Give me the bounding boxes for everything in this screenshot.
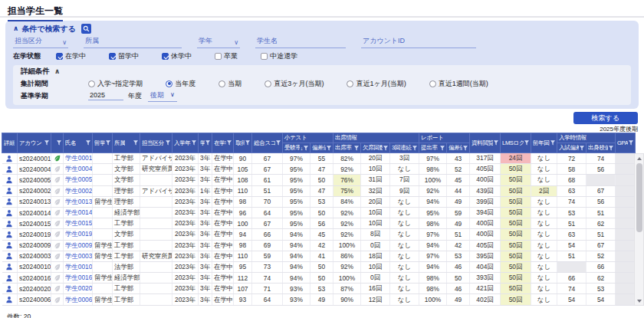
- scrollbar-thumb[interactable]: [636, 163, 642, 232]
- filter-funnel-icon[interactable]: [106, 140, 110, 146]
- filter-funnel-icon[interactable]: [44, 140, 49, 146]
- filter-funnel-icon[interactable]: [494, 140, 498, 146]
- student-detail-icon[interactable]: [4, 198, 16, 205]
- base-year-input[interactable]: [88, 91, 123, 100]
- student-detail-icon[interactable]: [4, 296, 16, 303]
- sort-desc-icon[interactable]: ↓: [301, 146, 303, 151]
- student-name-link[interactable]: 学生0009: [65, 241, 92, 249]
- col-header-leaf[interactable]: [51, 133, 64, 153]
- col-header-name[interactable]: 氏名: [64, 133, 93, 153]
- filter-funnel-icon[interactable]: [205, 140, 210, 146]
- search-field-1[interactable]: 担当区分∨: [13, 36, 68, 48]
- col-header-consec[interactable]: 3回連続欠: [390, 143, 419, 153]
- col-header-abroad[interactable]: 留学: [93, 133, 113, 153]
- col-header-credits[interactable]: 取得単: [234, 133, 252, 153]
- filter-funnel-icon[interactable]: [133, 140, 138, 146]
- filter-funnel-icon[interactable]: [276, 140, 281, 146]
- student-detail-icon[interactable]: [4, 176, 16, 184]
- student-detail-icon[interactable]: [4, 285, 16, 293]
- student-detail-icon[interactable]: [4, 241, 16, 249]
- student-detail-icon[interactable]: [4, 252, 16, 260]
- col-header-grade[interactable]: 学年: [199, 133, 212, 153]
- col-header-quiz_rate[interactable]: 受験率↓: [283, 143, 310, 153]
- scroll-down-button[interactable]: [635, 297, 643, 305]
- filter-funnel-icon[interactable]: [580, 146, 584, 151]
- student-name-link[interactable]: 学生0016: [65, 274, 92, 281]
- student-name-link[interactable]: 学生0001: [65, 154, 92, 162]
- status-checkbox-5[interactable]: 中途退学: [261, 51, 297, 61]
- student-name-link[interactable]: 学生0005: [65, 175, 92, 183]
- student-name-link[interactable]: 学生0002: [65, 187, 92, 195]
- filter-funnel-icon[interactable]: [354, 146, 359, 151]
- col-header-quiz_dev[interactable]: 偏差値: [310, 143, 334, 153]
- student-name-link[interactable]: 学生0010: [65, 263, 92, 270]
- col-header-exam_dev[interactable]: 入試偏差値: [557, 143, 586, 153]
- term-select[interactable]: 後期 ∨: [148, 90, 177, 102]
- col-header-charge[interactable]: 担当区分: [140, 133, 172, 153]
- filter-funnel-icon[interactable]: [304, 146, 308, 151]
- period-radio-3[interactable]: 当期: [219, 79, 242, 89]
- student-detail-icon[interactable]: [4, 209, 16, 217]
- scroll-up-button[interactable]: [635, 154, 643, 162]
- collapse-chevron-icon[interactable]: ∧: [13, 25, 18, 32]
- student-detail-icon[interactable]: [4, 166, 16, 173]
- col-header-rep_rate[interactable]: 提出率: [419, 143, 447, 153]
- period-radio-4[interactable]: 直近3ヶ月(当期): [264, 79, 324, 89]
- filter-funnel-icon[interactable]: [383, 146, 388, 151]
- student-detail-icon[interactable]: [4, 231, 16, 238]
- col-header-detail[interactable]: 詳細: [2, 133, 18, 153]
- search-field-3[interactable]: 学年∨: [197, 36, 240, 48]
- status-checkbox-2[interactable]: 留学中: [109, 51, 139, 61]
- col-header-account[interactable]: アカウント: [18, 133, 51, 153]
- student-name-link[interactable]: 学生0004: [65, 165, 92, 172]
- filter-funnel-icon[interactable]: [192, 140, 196, 146]
- student-detail-icon[interactable]: [4, 263, 16, 270]
- filter-funnel-icon[interactable]: [245, 140, 250, 146]
- filter-funnel-icon[interactable]: [463, 146, 468, 151]
- col-header-att_rate[interactable]: 出席率: [334, 143, 361, 153]
- status-checkbox-1[interactable]: 在学中: [56, 51, 86, 61]
- collapse-chevron-icon[interactable]: ∧: [54, 68, 60, 75]
- student-name-link[interactable]: 学生0015: [65, 219, 92, 227]
- filter-funnel-icon[interactable]: [609, 146, 613, 151]
- student-detail-icon[interactable]: [4, 274, 16, 282]
- col-header-admission[interactable]: 入学年度: [172, 133, 199, 153]
- student-name-link[interactable]: 学生0003: [65, 252, 92, 260]
- status-checkbox-3[interactable]: 休学中: [162, 51, 192, 61]
- filter-funnel-icon[interactable]: [412, 146, 417, 151]
- search-submit-button[interactable]: 検索する: [573, 112, 638, 124]
- student-detail-icon[interactable]: [4, 187, 16, 195]
- student-detail-icon[interactable]: [4, 220, 16, 228]
- col-header-score[interactable]: 総合スコア: [252, 133, 283, 153]
- filter-funnel-icon[interactable]: [57, 140, 61, 146]
- student-name-link[interactable]: 学生0019: [65, 230, 92, 238]
- student-name-link[interactable]: 学生0014: [65, 208, 92, 216]
- filter-funnel-icon[interactable]: [86, 140, 90, 146]
- col-header-lms[interactable]: LMSログイン: [501, 133, 531, 153]
- col-header-dept[interactable]: 所属: [113, 133, 140, 153]
- col-header-repeat_count[interactable]: 留年回数: [531, 133, 557, 153]
- period-radio-1[interactable]: 入学~指定学期: [88, 79, 143, 89]
- col-header-rep_dev[interactable]: 偏差値: [447, 143, 470, 153]
- period-radio-5[interactable]: 直近1ヶ月(当期): [347, 79, 406, 89]
- student-detail-icon[interactable]: [4, 155, 16, 162]
- filter-funnel-icon[interactable]: [550, 140, 555, 146]
- vertical-scrollbar[interactable]: [634, 153, 644, 306]
- student-name-link[interactable]: 学生0006: [65, 296, 92, 303]
- search-field-4[interactable]: 学生名: [255, 36, 346, 48]
- student-name-link[interactable]: 学生0020: [65, 284, 92, 292]
- search-icon-button[interactable]: [81, 24, 91, 34]
- filter-funnel-icon[interactable]: [166, 140, 170, 146]
- col-header-status[interactable]: 在学状: [212, 133, 234, 153]
- search-field-2[interactable]: 所属: [84, 36, 182, 48]
- status-checkbox-4[interactable]: 卒業: [215, 51, 238, 61]
- col-header-school_dev[interactable]: 出身校偏差: [586, 143, 616, 153]
- student-name-link[interactable]: 学生0013: [65, 198, 92, 205]
- col-header-absence[interactable]: 欠席回数: [361, 143, 390, 153]
- filter-funnel-icon[interactable]: [440, 146, 445, 151]
- col-header-views[interactable]: 資料閲覧回数: [470, 133, 501, 153]
- filter-funnel-icon[interactable]: [629, 140, 633, 146]
- period-radio-6[interactable]: 直近1週間(当期): [429, 79, 488, 89]
- col-header-gpa[interactable]: GPA: [616, 133, 636, 153]
- period-radio-2[interactable]: 当年度: [166, 79, 196, 89]
